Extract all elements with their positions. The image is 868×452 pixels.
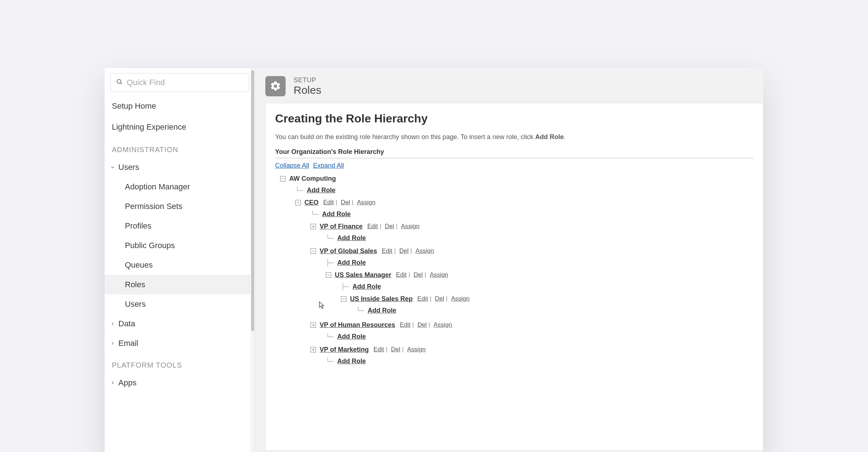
- tree-toggle-minus-icon[interactable]: −: [326, 272, 331, 278]
- edit-link[interactable]: Edit: [366, 223, 379, 230]
- nav-users-label: Users: [118, 163, 139, 172]
- del-link[interactable]: Del: [434, 295, 446, 302]
- nav-adoption-manager[interactable]: Adoption Manager: [105, 177, 255, 197]
- role-vp-finance[interactable]: VP of Finance: [320, 223, 363, 230]
- assign-link[interactable]: Assign: [400, 223, 421, 230]
- nav-users[interactable]: Users: [105, 158, 255, 177]
- expand-all-link[interactable]: Expand All: [313, 162, 344, 169]
- del-link[interactable]: Del: [416, 321, 428, 328]
- add-role-link[interactable]: Add Role: [337, 357, 366, 365]
- tree-toggle-minus-icon[interactable]: −: [341, 296, 346, 302]
- edit-link[interactable]: Edit: [372, 346, 385, 353]
- add-role-link[interactable]: Add Role: [353, 283, 381, 290]
- del-link[interactable]: Del: [384, 223, 395, 230]
- assign-link[interactable]: Assign: [414, 247, 435, 254]
- tree-toggle-plus-icon[interactable]: +: [311, 224, 316, 229]
- page-description: You can build on the existing role hiera…: [275, 133, 754, 141]
- sidebar-scrollbar[interactable]: [250, 68, 255, 452]
- tree-toggle-minus-icon[interactable]: −: [311, 248, 316, 254]
- search-icon: [116, 78, 123, 87]
- role-vp-marketing[interactable]: VP of Marketing: [320, 346, 369, 353]
- del-link[interactable]: Del: [390, 346, 401, 353]
- nav-heading-platform-tools: PLATFORM TOOLS: [105, 353, 255, 373]
- sidebar: Setup Home Lightning Experience ADMINIST…: [105, 68, 255, 452]
- del-link[interactable]: Del: [340, 199, 351, 206]
- tree-toggle-minus-icon[interactable]: −: [280, 176, 286, 181]
- role-us-sales-manager[interactable]: US Sales Manager: [335, 271, 391, 279]
- nav-permission-sets[interactable]: Permission Sets: [105, 197, 255, 216]
- hierarchy-subheading: Your Organization's Role Hierarchy: [275, 148, 754, 158]
- tree-toggle-plus-icon[interactable]: +: [311, 347, 316, 352]
- header-title: Roles: [294, 84, 321, 96]
- tree-connector-icon: └─: [326, 357, 334, 365]
- nav-queues[interactable]: Queues: [105, 255, 255, 275]
- nav-public-groups[interactable]: Public Groups: [105, 236, 255, 255]
- nav-profiles[interactable]: Profiles: [105, 216, 255, 236]
- add-role-link[interactable]: Add Role: [368, 307, 396, 314]
- assign-link[interactable]: Assign: [356, 199, 376, 206]
- desc-bold: Add Role: [535, 133, 564, 141]
- nav-heading-administration: ADMINISTRATION: [105, 138, 255, 158]
- edit-link[interactable]: Edit: [381, 247, 393, 254]
- tree-connector-icon: └─: [295, 187, 303, 194]
- nav-data[interactable]: Data: [105, 314, 255, 334]
- chevron-down-icon: [110, 164, 115, 170]
- assign-link[interactable]: Assign: [406, 346, 427, 353]
- tree-connector-icon: └─: [356, 307, 364, 314]
- add-role-link[interactable]: Add Role: [307, 187, 336, 194]
- quick-find-input[interactable]: [127, 78, 244, 87]
- main-area: SETUP Roles Creating the Role Hierarchy …: [255, 68, 763, 452]
- page-header: SETUP Roles: [255, 68, 763, 103]
- collapse-all-link[interactable]: Collapse All: [275, 162, 309, 169]
- role-vp-human-resources[interactable]: VP of Human Resources: [320, 321, 395, 329]
- nav-email[interactable]: Email: [105, 334, 255, 353]
- chevron-right-icon: [110, 380, 115, 386]
- tree-connector-icon: ├─: [341, 283, 349, 290]
- nav-setup-home[interactable]: Setup Home: [105, 96, 255, 117]
- add-role-link[interactable]: Add Role: [322, 210, 351, 218]
- edit-link[interactable]: Edit: [416, 295, 429, 302]
- del-link[interactable]: Del: [398, 247, 410, 254]
- add-role-link[interactable]: Add Role: [337, 333, 366, 340]
- desc-pre: You can build on the existing role hiera…: [275, 133, 535, 141]
- nav-apps-label: Apps: [118, 378, 136, 388]
- edit-link[interactable]: Edit: [399, 321, 412, 328]
- tree-toggle-minus-icon[interactable]: −: [295, 200, 301, 205]
- content-card: Creating the Role Hierarchy You can buil…: [265, 103, 763, 451]
- nav-users-item[interactable]: Users: [105, 294, 255, 314]
- org-name: AW Computing: [289, 175, 336, 183]
- nav-apps[interactable]: Apps: [105, 373, 255, 393]
- desc-post: .: [564, 133, 565, 141]
- add-role-link[interactable]: Add Role: [337, 234, 366, 242]
- nav-email-label: Email: [118, 339, 138, 348]
- role-tree: − AW Computing └─ Add Role: [275, 172, 754, 369]
- assign-link[interactable]: Assign: [429, 271, 449, 278]
- edit-link[interactable]: Edit: [395, 271, 408, 278]
- nav-lightning-experience[interactable]: Lightning Experience: [105, 117, 255, 138]
- page-title: Creating the Role Hierarchy: [275, 112, 754, 125]
- chevron-right-icon: [110, 340, 115, 346]
- tree-connector-icon: └─: [326, 333, 334, 340]
- tree-connector-icon: ├─: [326, 259, 334, 267]
- tree-connector-icon: └─: [311, 210, 319, 218]
- scrollbar-thumb[interactable]: [251, 70, 254, 331]
- nav-roles[interactable]: Roles: [105, 275, 255, 294]
- gear-icon: [265, 76, 286, 96]
- role-vp-global-sales[interactable]: VP of Global Sales: [320, 247, 377, 255]
- role-ceo[interactable]: CEO: [304, 199, 319, 206]
- svg-point-0: [117, 79, 121, 83]
- edit-link[interactable]: Edit: [322, 199, 335, 206]
- tree-connector-icon: └─: [326, 234, 334, 242]
- assign-link[interactable]: Assign: [450, 295, 471, 302]
- svg-line-1: [121, 83, 122, 84]
- nav-data-label: Data: [118, 319, 135, 328]
- add-role-link[interactable]: Add Role: [337, 259, 366, 267]
- role-us-inside-sales-rep[interactable]: US Inside Sales Rep: [350, 295, 413, 303]
- assign-link[interactable]: Assign: [433, 321, 453, 328]
- del-link[interactable]: Del: [413, 271, 424, 278]
- tree-toggle-plus-icon[interactable]: +: [311, 322, 316, 328]
- header-eyebrow: SETUP: [294, 76, 321, 84]
- chevron-right-icon: [110, 321, 115, 327]
- quick-find-container[interactable]: [110, 73, 249, 92]
